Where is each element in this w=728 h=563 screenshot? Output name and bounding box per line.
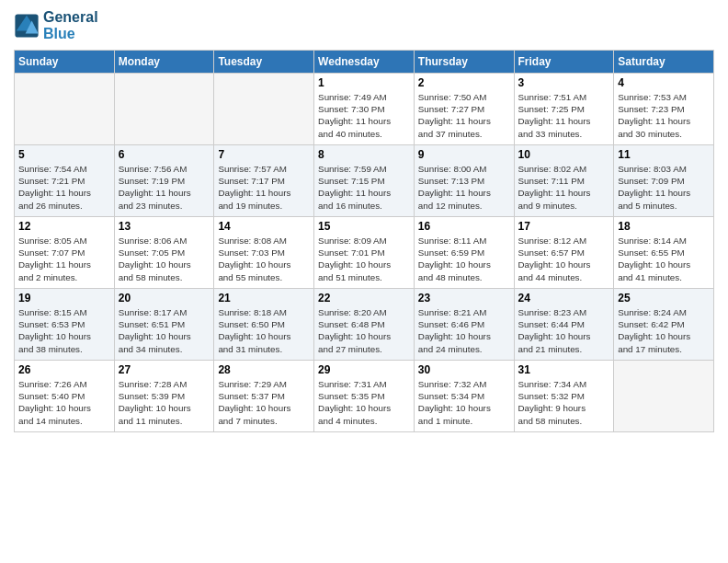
day-number: 28	[218, 363, 310, 376]
day-info: Sunrise: 8:20 AM Sunset: 6:48 PM Dayligh…	[318, 306, 410, 355]
calendar-day-cell: 12Sunrise: 8:05 AM Sunset: 7:07 PM Dayli…	[15, 217, 115, 289]
day-info: Sunrise: 8:15 AM Sunset: 6:53 PM Dayligh…	[18, 306, 110, 355]
day-number: 6	[119, 148, 210, 161]
day-info: Sunrise: 7:49 AM Sunset: 7:30 PM Dayligh…	[318, 91, 410, 140]
calendar-day-cell: 2Sunrise: 7:50 AM Sunset: 7:27 PM Daylig…	[414, 74, 514, 145]
day-info: Sunrise: 7:31 AM Sunset: 5:35 PM Dayligh…	[318, 378, 410, 427]
day-number: 16	[418, 220, 510, 233]
day-info: Sunrise: 8:00 AM Sunset: 7:13 PM Dayligh…	[418, 163, 510, 212]
day-number: 22	[318, 292, 410, 304]
calendar-day-cell: 18Sunrise: 8:14 AM Sunset: 6:55 PM Dayli…	[614, 217, 714, 289]
calendar-day-cell	[214, 74, 314, 145]
calendar-day-cell: 22Sunrise: 8:20 AM Sunset: 6:48 PM Dayli…	[314, 289, 415, 361]
weekday-header: Wednesday	[314, 51, 415, 74]
day-info: Sunrise: 7:26 AM Sunset: 5:40 PM Dayligh…	[18, 378, 110, 427]
calendar-day-cell	[15, 74, 115, 145]
calendar-week-row: 1Sunrise: 7:49 AM Sunset: 7:30 PM Daylig…	[15, 74, 714, 145]
calendar-day-cell: 20Sunrise: 8:17 AM Sunset: 6:51 PM Dayli…	[114, 289, 214, 361]
day-info: Sunrise: 7:29 AM Sunset: 5:37 PM Dayligh…	[218, 378, 310, 427]
day-info: Sunrise: 8:12 AM Sunset: 6:57 PM Dayligh…	[518, 235, 610, 283]
day-number: 7	[218, 148, 310, 161]
calendar-day-cell: 19Sunrise: 8:15 AM Sunset: 6:53 PM Dayli…	[15, 289, 115, 361]
day-info: Sunrise: 8:02 AM Sunset: 7:11 PM Dayligh…	[518, 163, 610, 212]
day-info: Sunrise: 8:24 AM Sunset: 6:42 PM Dayligh…	[618, 306, 710, 355]
calendar-day-cell: 28Sunrise: 7:29 AM Sunset: 5:37 PM Dayli…	[214, 361, 314, 432]
page-container: General Blue SundayMondayTuesdayWednesda…	[0, 0, 728, 563]
calendar-day-cell: 8Sunrise: 7:59 AM Sunset: 7:15 PM Daylig…	[314, 145, 415, 217]
day-number: 2	[418, 76, 510, 89]
calendar-day-cell: 10Sunrise: 8:02 AM Sunset: 7:11 PM Dayli…	[514, 145, 614, 217]
weekday-header-row: SundayMondayTuesdayWednesdayThursdayFrid…	[15, 51, 714, 74]
day-number: 21	[218, 292, 310, 304]
calendar-day-cell: 9Sunrise: 8:00 AM Sunset: 7:13 PM Daylig…	[414, 145, 514, 217]
day-info: Sunrise: 7:54 AM Sunset: 7:21 PM Dayligh…	[18, 163, 110, 212]
calendar-day-cell: 24Sunrise: 8:23 AM Sunset: 6:44 PM Dayli…	[514, 289, 614, 361]
calendar-day-cell: 25Sunrise: 8:24 AM Sunset: 6:42 PM Dayli…	[614, 289, 714, 361]
calendar-week-row: 5Sunrise: 7:54 AM Sunset: 7:21 PM Daylig…	[15, 145, 714, 217]
day-number: 31	[518, 363, 610, 376]
day-number: 19	[18, 292, 110, 304]
day-info: Sunrise: 8:21 AM Sunset: 6:46 PM Dayligh…	[418, 306, 510, 355]
logo: General Blue	[14, 9, 98, 42]
calendar-day-cell: 13Sunrise: 8:06 AM Sunset: 7:05 PM Dayli…	[114, 217, 214, 289]
day-info: Sunrise: 8:09 AM Sunset: 7:01 PM Dayligh…	[318, 235, 410, 283]
weekday-header: Sunday	[15, 51, 115, 74]
logo-icon	[14, 13, 40, 39]
calendar-day-cell: 31Sunrise: 7:34 AM Sunset: 5:32 PM Dayli…	[514, 361, 614, 432]
calendar-day-cell: 5Sunrise: 7:54 AM Sunset: 7:21 PM Daylig…	[15, 145, 115, 217]
calendar-day-cell	[614, 361, 714, 432]
day-info: Sunrise: 8:23 AM Sunset: 6:44 PM Dayligh…	[518, 306, 610, 355]
day-number: 8	[318, 148, 410, 161]
calendar-day-cell: 7Sunrise: 7:57 AM Sunset: 7:17 PM Daylig…	[214, 145, 314, 217]
calendar-day-cell: 30Sunrise: 7:32 AM Sunset: 5:34 PM Dayli…	[414, 361, 514, 432]
logo-text: General Blue	[43, 9, 98, 42]
day-info: Sunrise: 7:53 AM Sunset: 7:23 PM Dayligh…	[618, 91, 710, 140]
day-info: Sunrise: 8:18 AM Sunset: 6:50 PM Dayligh…	[218, 306, 310, 355]
day-info: Sunrise: 7:56 AM Sunset: 7:19 PM Dayligh…	[119, 163, 210, 212]
day-number: 4	[618, 76, 710, 89]
day-number: 23	[418, 292, 510, 304]
day-number: 30	[418, 363, 510, 376]
day-info: Sunrise: 8:03 AM Sunset: 7:09 PM Dayligh…	[618, 163, 710, 212]
weekday-header: Monday	[114, 51, 214, 74]
calendar-day-cell: 6Sunrise: 7:56 AM Sunset: 7:19 PM Daylig…	[114, 145, 214, 217]
day-number: 26	[18, 363, 110, 376]
calendar-day-cell: 16Sunrise: 8:11 AM Sunset: 6:59 PM Dayli…	[414, 217, 514, 289]
day-info: Sunrise: 8:06 AM Sunset: 7:05 PM Dayligh…	[119, 235, 210, 283]
day-number: 20	[119, 292, 210, 304]
day-info: Sunrise: 8:05 AM Sunset: 7:07 PM Dayligh…	[18, 235, 110, 283]
weekday-header: Saturday	[614, 51, 714, 74]
calendar-day-cell	[114, 74, 214, 145]
weekday-header: Friday	[514, 51, 614, 74]
calendar-day-cell: 17Sunrise: 8:12 AM Sunset: 6:57 PM Dayli…	[514, 217, 614, 289]
calendar-week-row: 19Sunrise: 8:15 AM Sunset: 6:53 PM Dayli…	[15, 289, 714, 361]
calendar-day-cell: 15Sunrise: 8:09 AM Sunset: 7:01 PM Dayli…	[314, 217, 415, 289]
day-info: Sunrise: 7:50 AM Sunset: 7:27 PM Dayligh…	[418, 91, 510, 140]
day-number: 1	[318, 76, 410, 89]
calendar-day-cell: 29Sunrise: 7:31 AM Sunset: 5:35 PM Dayli…	[314, 361, 415, 432]
calendar-day-cell: 4Sunrise: 7:53 AM Sunset: 7:23 PM Daylig…	[614, 74, 714, 145]
calendar-day-cell: 1Sunrise: 7:49 AM Sunset: 7:30 PM Daylig…	[314, 74, 415, 145]
header: General Blue	[14, 9, 714, 42]
calendar-day-cell: 14Sunrise: 8:08 AM Sunset: 7:03 PM Dayli…	[214, 217, 314, 289]
day-number: 11	[618, 148, 710, 161]
day-number: 18	[618, 220, 710, 233]
day-number: 27	[119, 363, 210, 376]
day-info: Sunrise: 7:28 AM Sunset: 5:39 PM Dayligh…	[119, 378, 210, 427]
day-info: Sunrise: 7:51 AM Sunset: 7:25 PM Dayligh…	[518, 91, 610, 140]
day-number: 25	[618, 292, 710, 304]
calendar-day-cell: 23Sunrise: 8:21 AM Sunset: 6:46 PM Dayli…	[414, 289, 514, 361]
day-number: 9	[418, 148, 510, 161]
day-info: Sunrise: 7:59 AM Sunset: 7:15 PM Dayligh…	[318, 163, 410, 212]
day-number: 15	[318, 220, 410, 233]
day-info: Sunrise: 7:32 AM Sunset: 5:34 PM Dayligh…	[418, 378, 510, 427]
weekday-header: Tuesday	[214, 51, 314, 74]
calendar-table: SundayMondayTuesdayWednesdayThursdayFrid…	[14, 50, 714, 432]
day-info: Sunrise: 8:14 AM Sunset: 6:55 PM Dayligh…	[618, 235, 710, 283]
day-number: 3	[518, 76, 610, 89]
day-info: Sunrise: 8:08 AM Sunset: 7:03 PM Dayligh…	[218, 235, 310, 283]
day-number: 12	[18, 220, 110, 233]
day-info: Sunrise: 7:57 AM Sunset: 7:17 PM Dayligh…	[218, 163, 310, 212]
day-number: 29	[318, 363, 410, 376]
day-number: 14	[218, 220, 310, 233]
